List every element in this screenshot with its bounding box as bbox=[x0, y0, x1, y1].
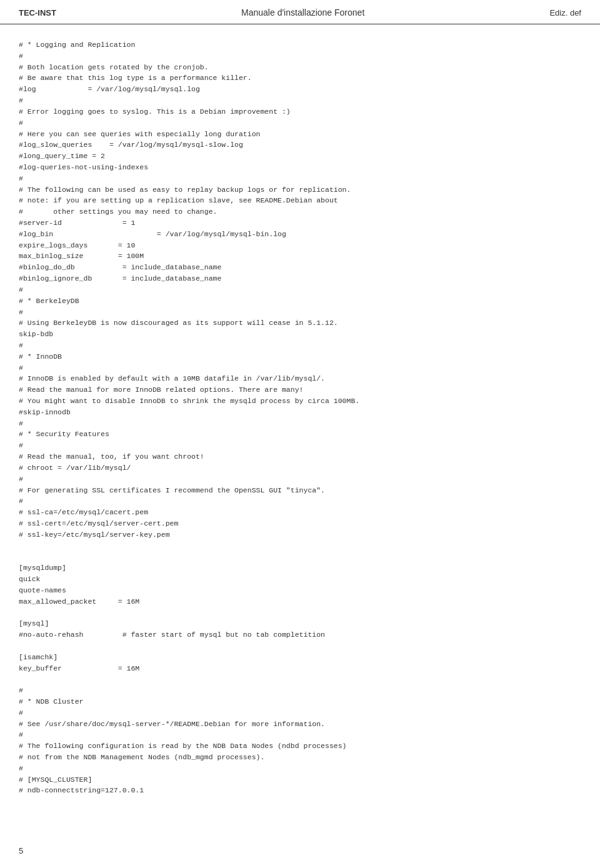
header-center: Manuale d'installazione Foronet bbox=[241, 7, 364, 17]
page-number: 5 bbox=[19, 846, 23, 856]
page-content: # * Logging and Replication # # Both loc… bbox=[0, 24, 600, 834]
page-header: TEC-INST Manuale d'installazione Foronet… bbox=[0, 0, 600, 24]
page-footer: 5 bbox=[19, 846, 23, 856]
header-right: Ediz. def bbox=[549, 8, 581, 17]
page-container: TEC-INST Manuale d'installazione Foronet… bbox=[0, 0, 600, 868]
header-left: TEC-INST bbox=[19, 8, 56, 17]
